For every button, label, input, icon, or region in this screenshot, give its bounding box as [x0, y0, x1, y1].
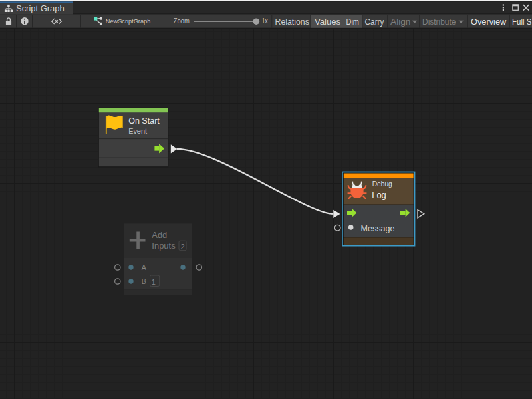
svg-text:2: 2	[181, 243, 185, 251]
svg-text:Log: Log	[372, 190, 386, 200]
svg-text:Full S: Full S	[512, 17, 532, 27]
svg-text:Align: Align	[390, 17, 411, 27]
svg-text:Add: Add	[152, 230, 167, 240]
svg-text:Script Graph: Script Graph	[16, 4, 65, 13]
svg-text:Inputs: Inputs	[152, 241, 175, 251]
svg-text:Relations: Relations	[275, 17, 310, 27]
svg-text:Zoom: Zoom	[174, 17, 190, 25]
svg-text:1x: 1x	[262, 17, 268, 25]
svg-text:Values: Values	[315, 17, 341, 27]
svg-text:Event: Event	[128, 127, 147, 135]
svg-text:1: 1	[151, 278, 155, 286]
svg-text:On Start: On Start	[128, 116, 160, 126]
svg-text:Message: Message	[361, 223, 395, 233]
svg-text:A: A	[142, 263, 146, 271]
svg-text:Debug: Debug	[372, 180, 392, 188]
svg-text:Overview: Overview	[471, 17, 507, 27]
svg-text:Carry: Carry	[365, 17, 384, 27]
svg-text:B: B	[142, 277, 146, 285]
svg-text:Distribute: Distribute	[422, 17, 456, 27]
svg-text:NewScriptGraph: NewScriptGraph	[106, 17, 151, 25]
svg-text:Dim: Dim	[346, 17, 360, 27]
